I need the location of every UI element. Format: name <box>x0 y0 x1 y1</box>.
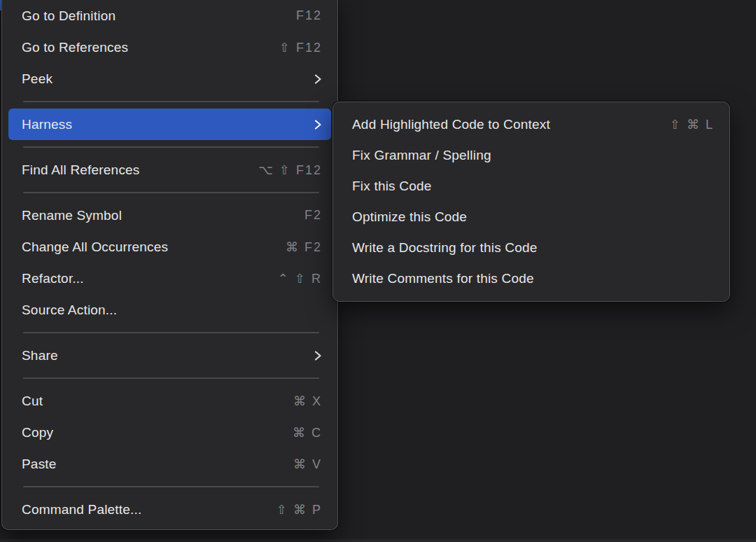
menu-separator <box>23 186 319 200</box>
menu-separator <box>23 326 319 340</box>
menu-item-label: Refactor... <box>22 271 84 286</box>
menu-item-go-to-definition[interactable]: Go to Definition F12 <box>8 0 331 32</box>
menu-separator <box>23 371 319 385</box>
menu-item-paste[interactable]: Paste ⌘ V <box>8 448 331 480</box>
menu-item-shortcut: ⌘ C <box>293 425 322 440</box>
submenu-item-write-a-docstring[interactable]: Write a Docstring for this Code <box>340 232 723 263</box>
menu-item-shortcut: ⇧ ⌘ P <box>276 502 322 517</box>
menu-item-label: Source Action... <box>22 303 117 318</box>
menu-item-label: Copy <box>22 425 53 440</box>
menu-separator <box>23 480 319 494</box>
menu-item-label: Go to References <box>22 40 128 55</box>
menu-item-peek[interactable]: Peek <box>8 63 331 95</box>
menu-item-shortcut: ⌥ ⇧ F12 <box>258 162 322 178</box>
submenu-item-add-highlighted-code-to-context[interactable]: Add Highlighted Code to Context ⇧ ⌘ L <box>340 109 723 140</box>
menu-item-shortcut: ⇧ ⌘ L <box>670 117 714 132</box>
menu-item-find-all-references[interactable]: Find All References ⌥ ⇧ F12 <box>8 154 331 186</box>
menu-item-shortcut: ⇧ F12 <box>279 40 322 55</box>
menu-item-refactor[interactable]: Refactor... ⌃ ⇧ R <box>8 263 331 294</box>
menu-item-label: Fix this Code <box>352 179 431 194</box>
menu-item-shortcut: ⌘ F2 <box>286 239 322 255</box>
menu-item-label: Go to Definition <box>22 8 115 24</box>
chevron-right-icon <box>314 350 322 361</box>
menu-item-label: Peek <box>22 71 52 87</box>
chevron-right-icon <box>314 119 322 130</box>
menu-item-shortcut: ⌘ X <box>293 394 322 409</box>
menu-item-harness[interactable]: Harness <box>8 109 331 140</box>
menu-item-label: Rename Symbol <box>22 208 122 223</box>
submenu-item-optimize-this-code[interactable]: Optimize this Code <box>340 202 723 232</box>
menu-item-label: Cut <box>22 394 43 409</box>
menu-item-label: Find All References <box>22 162 140 178</box>
context-menu: Go to Definition F12 Go to References ⇧ … <box>1 0 338 530</box>
menu-item-shortcut: ⌘ V <box>293 457 322 472</box>
menu-item-copy[interactable]: Copy ⌘ C <box>8 417 331 448</box>
menu-item-label: Harness <box>22 117 72 132</box>
submenu-item-fix-this-code[interactable]: Fix this Code <box>340 171 723 202</box>
menu-item-source-action[interactable]: Source Action... <box>8 294 331 326</box>
menu-item-go-to-references[interactable]: Go to References ⇧ F12 <box>8 32 331 63</box>
menu-item-label: Optimize this Code <box>352 209 467 225</box>
menu-item-label: Add Highlighted Code to Context <box>352 117 550 132</box>
submenu-item-write-comments[interactable]: Write Comments for this Code <box>340 263 723 294</box>
menu-item-label: Paste <box>22 457 57 472</box>
menu-item-label: Change All Occurrences <box>22 239 168 255</box>
harness-submenu: Add Highlighted Code to Context ⇧ ⌘ L Fi… <box>332 102 730 302</box>
menu-separator <box>23 95 319 109</box>
menu-item-change-all-occurrences[interactable]: Change All Occurrences ⌘ F2 <box>8 231 331 263</box>
menu-item-shortcut: ⌃ ⇧ R <box>278 271 322 286</box>
menu-item-rename-symbol[interactable]: Rename Symbol F2 <box>8 200 331 231</box>
menu-item-shortcut: F2 <box>304 208 322 223</box>
menu-item-shortcut: F12 <box>296 8 322 23</box>
menu-item-label: Write a Docstring for this Code <box>352 240 538 256</box>
menu-item-command-palette[interactable]: Command Palette... ⇧ ⌘ P <box>8 494 331 525</box>
menu-item-label: Share <box>22 348 58 363</box>
menu-separator <box>23 140 319 154</box>
menu-item-share[interactable]: Share <box>8 340 331 371</box>
menu-item-label: Command Palette... <box>22 502 142 517</box>
background-bottom-strip <box>0 539 756 542</box>
submenu-item-fix-grammar-spelling[interactable]: Fix Grammar / Spelling <box>340 140 723 171</box>
menu-item-cut[interactable]: Cut ⌘ X <box>8 385 331 417</box>
menu-item-label: Fix Grammar / Spelling <box>352 148 491 163</box>
chevron-right-icon <box>314 74 322 85</box>
menu-item-label: Write Comments for this Code <box>352 271 534 286</box>
